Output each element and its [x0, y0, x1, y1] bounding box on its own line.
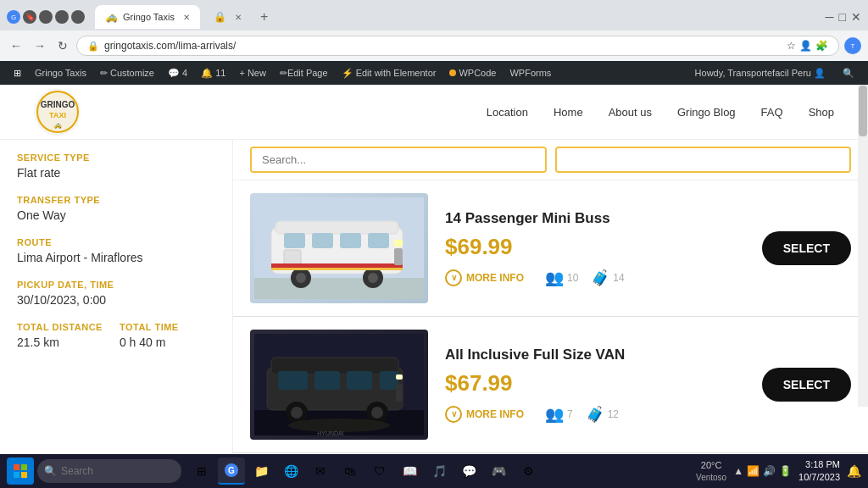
taskbar-app-mail[interactable]: ✉ — [307, 458, 334, 485]
filter-field-wrap[interactable] — [555, 147, 852, 173]
taskbar-app-security[interactable]: 🛡 — [366, 458, 393, 485]
bookmark-icon: 🔖 — [23, 10, 36, 24]
extensions-icon: 🧩 — [815, 40, 828, 52]
taskbar-search-icon: 🔍 — [44, 465, 57, 477]
svg-rect-9 — [312, 233, 333, 248]
nav-home[interactable]: Home — [554, 106, 583, 119]
inactive-tab-1[interactable]: 🔒 ✕ — [203, 5, 252, 29]
search-field[interactable] — [252, 148, 545, 171]
svg-text:GRINGO: GRINGO — [40, 100, 75, 109]
time-display: 3:18 PM — [798, 458, 840, 471]
wp-comments[interactable]: 💬 4 — [161, 61, 194, 85]
content-area: 14 Passenger Mini Buss $69.99 ∨ MORE INF… — [233, 140, 868, 488]
address-text: gringotaxis.com/lima-arrivals/ — [104, 40, 236, 52]
taskbar-time[interactable]: 3:18 PM 10/7/2023 — [798, 458, 840, 485]
minimize-button[interactable]: ─ — [826, 10, 834, 24]
sidebar-distance: TOTAL DISTANCE 21.5 km — [17, 322, 103, 349]
pickup-value: 30/10/2023, 0:00 — [17, 293, 215, 307]
sidebar-pickup: PICKUP DATE, TIME 30/10/2023, 0:00 — [17, 280, 215, 307]
svg-rect-8 — [284, 233, 305, 248]
close-window-button[interactable]: ✕ — [851, 10, 861, 24]
vehicle-specs-0: 👥 10 🧳 14 — [545, 269, 625, 287]
taskbar-app-widgets[interactable]: ⊞ — [188, 458, 215, 485]
notification-icon[interactable]: 🔔 — [847, 464, 861, 478]
nav-shop[interactable]: Shop — [809, 106, 834, 119]
inactive-close-1[interactable]: ✕ — [235, 13, 242, 22]
search-field-wrap[interactable] — [250, 147, 547, 173]
tab-icon-3 — [39, 10, 53, 24]
taskbar-search-input[interactable] — [37, 459, 181, 483]
more-info-label-1: MORE INFO — [466, 408, 524, 420]
address-bar[interactable]: 🔒 gringotaxis.com/lima-arrivals/ ☆ 👤 🧩 — [76, 36, 839, 56]
new-tab-button[interactable]: + — [255, 8, 273, 26]
sidebar-transfer-type: TRANSFER TYPE One Way — [17, 195, 215, 222]
svg-rect-39 — [14, 472, 19, 478]
passengers-icon-0: 👥 — [545, 269, 564, 287]
wp-customize[interactable]: ✏ Customize — [93, 61, 161, 85]
wp-edit-page[interactable]: ✏ Edit Page — [273, 61, 335, 85]
wpcode-dot — [449, 69, 456, 76]
taskbar-app-browser[interactable]: G — [218, 458, 245, 485]
wp-logo[interactable]: ⊞ — [7, 61, 28, 85]
taskbar-app-chat[interactable]: 💬 — [455, 458, 482, 485]
more-info-row-1: ∨ MORE INFO 👥 7 🧳 12 — [445, 405, 745, 424]
time-value: 0 h 40 m — [120, 336, 179, 349]
tray-icon-volume: 🔊 — [763, 465, 776, 477]
svg-rect-25 — [278, 371, 308, 390]
site-nav: Location Home About us Gringo Blog FAQ S… — [487, 106, 834, 119]
vehicle-details-0: 14 Passenger Mini Buss $69.99 ∨ MORE INF… — [445, 210, 745, 287]
nav-about[interactable]: About us — [609, 106, 652, 119]
reload-button[interactable]: ↻ — [54, 37, 71, 54]
wp-site-name[interactable]: Gringo Taxis — [28, 61, 93, 85]
taskbar-search-wrap[interactable]: 🔍 — [37, 459, 181, 483]
wp-search-toggle[interactable]: 🔍 — [836, 61, 861, 85]
taskbar-app-store[interactable]: 🛍 — [337, 458, 364, 485]
svg-rect-7 — [275, 221, 398, 234]
more-info-label-0: MORE INFO — [466, 272, 524, 284]
svg-rect-28 — [380, 371, 398, 390]
weather-info: 20°C Ventoso — [696, 459, 726, 482]
vehicle-specs-1: 👥 7 🧳 12 — [545, 405, 619, 424]
browser-icon-g: G — [7, 10, 20, 24]
wp-wpcode[interactable]: WPCode — [442, 61, 503, 85]
maximize-button[interactable]: □ — [839, 10, 846, 24]
select-btn-1[interactable]: SELECT — [762, 368, 851, 402]
taskbar-app-file[interactable]: 📁 — [248, 458, 275, 485]
svg-text:G: G — [228, 466, 235, 475]
svg-rect-38 — [21, 464, 27, 470]
tray-icon-network: 📶 — [747, 465, 760, 477]
system-tray: ▲ 📶 🔊 🔋 — [733, 465, 792, 477]
filter-field[interactable] — [557, 148, 850, 171]
nav-faq[interactable]: FAQ — [761, 106, 783, 119]
taskbar-app-settings[interactable]: ⚙ — [515, 458, 542, 485]
active-tab[interactable]: 🚕 Gringo Taxis ✕ — [95, 5, 200, 29]
wp-admin-bar: ⊞ Gringo Taxis ✏ Customize 💬 4 🔔 11 + Ne… — [0, 61, 868, 85]
page-wrapper: GRINGO TAXI 🚕 Location Home About us Gri… — [0, 85, 868, 488]
start-button[interactable] — [7, 458, 34, 485]
taskbar-app-music[interactable]: 🎵 — [426, 458, 453, 485]
scrollbar-track[interactable] — [858, 140, 868, 407]
vehicle-price-0: $69.99 — [445, 234, 745, 260]
nav-blog[interactable]: Gringo Blog — [677, 106, 736, 119]
taskbar-app-edge[interactable]: 🌐 — [277, 458, 304, 485]
wp-howdy[interactable]: Howdy, Transportefacil Peru 👤 — [688, 61, 832, 85]
more-info-btn-0[interactable]: ∨ MORE INFO — [445, 269, 524, 286]
more-info-btn-1[interactable]: ∨ MORE INFO — [445, 406, 524, 423]
forward-button[interactable]: → — [31, 37, 49, 54]
svg-text:🚕: 🚕 — [53, 120, 62, 129]
wp-updates[interactable]: 🔔 11 — [194, 61, 232, 85]
back-button[interactable]: ← — [7, 37, 25, 54]
wp-new[interactable]: + New — [232, 61, 272, 85]
wp-elementor[interactable]: ⚡ Edit with Elementor — [335, 61, 443, 85]
logo-image: GRINGO TAXI 🚕 — [34, 89, 81, 136]
nav-location[interactable]: Location — [487, 106, 528, 119]
taskbar-app-game[interactable]: 🎮 — [485, 458, 512, 485]
tab-close-btn[interactable]: ✕ — [183, 13, 190, 22]
wp-admin-right: Howdy, Transportefacil Peru 👤 🔍 — [688, 61, 861, 85]
taskbar-app-reader[interactable]: 📖 — [396, 458, 423, 485]
svg-text:TAXI: TAXI — [49, 111, 66, 119]
main-content: SERVICE TYPE Flat rate TRANSFER TYPE One… — [0, 140, 868, 488]
wp-wpforms[interactable]: WPForms — [503, 61, 558, 85]
site-logo[interactable]: GRINGO TAXI 🚕 — [34, 89, 81, 136]
select-btn-0[interactable]: SELECT — [762, 231, 851, 265]
